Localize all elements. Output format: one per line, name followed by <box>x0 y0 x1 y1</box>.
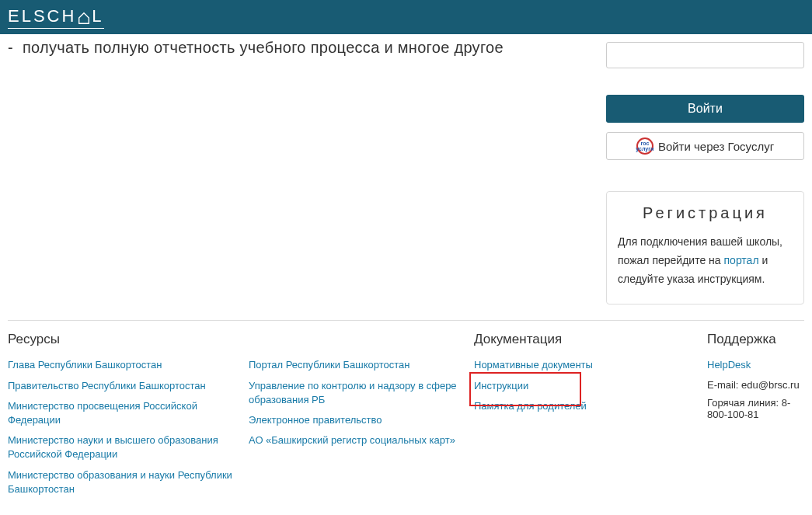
password-field[interactable] <box>606 42 804 68</box>
top-nav-bar: ELSCH L <box>0 0 812 34</box>
house-icon <box>77 9 91 23</box>
hero-text: получать полную отчетность учебного проц… <box>23 39 504 56</box>
spacer-heading <box>249 332 466 347</box>
registration-title: Регистрация <box>618 204 793 222</box>
logo-text-suffix: L <box>92 6 103 26</box>
footer-col-support: Поддержка HelpDesk E-mail: edu@brsc.ru Г… <box>707 332 804 503</box>
footer-link[interactable]: Памятка для родителей <box>474 399 699 413</box>
support-heading: Поддержка <box>707 332 804 347</box>
gosuslugi-label: Войти через Госуслуг <box>658 140 774 153</box>
footer-link[interactable]: Министерство образования и науки Республ… <box>8 468 241 496</box>
footer: Ресурсы Глава Республики Башкортостан Пр… <box>8 320 804 503</box>
footer-link[interactable]: Министерство просвещения Российской Феде… <box>8 399 241 427</box>
footer-link[interactable]: Электронное правительство <box>249 413 466 427</box>
login-panel: Войти гос услуги Войти через Госуслуг Ре… <box>606 34 804 304</box>
registration-text: Для подключения вашей школы, пожал перей… <box>618 233 793 288</box>
footer-col-resources-a: Ресурсы Глава Республики Башкортостан Пр… <box>8 332 241 503</box>
site-logo[interactable]: ELSCH L <box>8 6 104 29</box>
gosuslugi-icon: гос услуги <box>636 137 653 155</box>
footer-link[interactable]: Управление по контролю и надзору в сфере… <box>249 379 466 407</box>
footer-col-resources-b: Портал Республики Башкортостан Управлени… <box>249 332 466 503</box>
footer-col-docs: Документация Нормативные документы Инстр… <box>474 332 699 503</box>
bullet-dash: - <box>8 39 13 56</box>
docs-heading: Документация <box>474 332 699 347</box>
main-content: -получать полную отчетность учебного про… <box>0 34 812 304</box>
registration-card: Регистрация Для подключения вашей школы,… <box>606 191 804 304</box>
footer-link[interactable]: АО «Башкирский регистр социальных карт» <box>249 433 466 447</box>
logo-text-prefix: ELSCH <box>8 6 76 26</box>
footer-link[interactable]: Глава Республики Башкортостан <box>8 358 241 372</box>
support-email: E-mail: edu@brsc.ru <box>707 379 804 391</box>
gosuslugi-login-button[interactable]: гос услуги Войти через Госуслуг <box>606 132 804 160</box>
resources-heading: Ресурсы <box>8 332 241 347</box>
footer-link[interactable]: Правительство Республики Башкортостан <box>8 379 241 393</box>
footer-link[interactable]: Нормативные документы <box>474 358 699 372</box>
footer-link[interactable]: Министерство науки и высшего образования… <box>8 433 241 461</box>
footer-link[interactable]: Инструкции <box>474 379 699 393</box>
hero-bullet: -получать полную отчетность учебного про… <box>8 39 591 57</box>
portal-link[interactable]: портал <box>724 254 759 266</box>
helpdesk-link[interactable]: HelpDesk <box>707 358 804 372</box>
footer-link[interactable]: Портал Республики Башкортостан <box>249 358 466 372</box>
login-button[interactable]: Войти <box>606 95 804 123</box>
support-hotline: Горячая линия: 8-800-100-81 <box>707 397 804 420</box>
hero-section: -получать полную отчетность учебного про… <box>8 34 606 304</box>
